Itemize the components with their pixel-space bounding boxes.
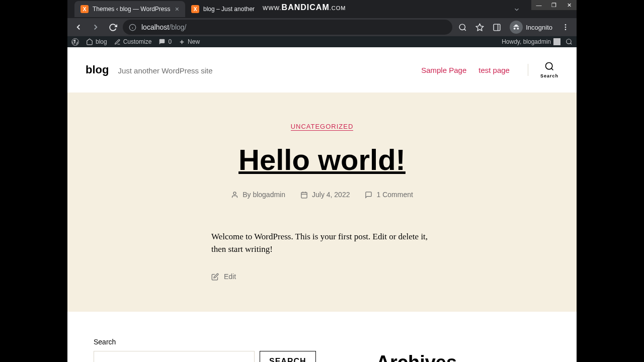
wp-site-link[interactable]: blog bbox=[86, 38, 107, 45]
svg-marker-5 bbox=[476, 24, 483, 30]
user-icon bbox=[231, 191, 238, 199]
side-panel-icon[interactable] bbox=[490, 20, 504, 34]
svg-point-16 bbox=[545, 63, 552, 69]
author-link[interactable]: blogadmin bbox=[253, 191, 285, 199]
svg-point-10 bbox=[565, 29, 567, 30]
search-icon[interactable] bbox=[455, 20, 469, 34]
post-category: UNCATEGORIZED bbox=[88, 122, 556, 131]
bandicam-watermark: WWW.BANDICAM.COM bbox=[263, 3, 346, 12]
archives-widget: Archives bbox=[376, 338, 457, 362]
svg-line-17 bbox=[551, 68, 553, 70]
chevron-down-icon[interactable] bbox=[513, 6, 520, 13]
minimize-button[interactable]: ― bbox=[531, 0, 546, 10]
close-button[interactable]: ✕ bbox=[561, 0, 577, 10]
wp-search-icon[interactable] bbox=[566, 38, 573, 45]
calendar-icon bbox=[300, 191, 308, 199]
incognito-icon bbox=[510, 21, 523, 34]
edit-post-link[interactable]: Edit bbox=[211, 273, 433, 281]
wp-admin-bar: blog Customize 0 New Howdy, blogadmin bbox=[67, 36, 577, 47]
post-title: Hello world! bbox=[88, 143, 556, 176]
close-icon[interactable]: × bbox=[175, 5, 179, 13]
post-meta: By blogadmin July 4, 2022 1 Comment bbox=[88, 191, 556, 199]
search-toggle[interactable]: Search bbox=[540, 61, 558, 78]
wp-account-link[interactable]: Howdy, blogadmin bbox=[502, 38, 560, 45]
forward-button[interactable] bbox=[89, 20, 103, 34]
footer-widgets: Search SEARCH Archives bbox=[67, 312, 577, 362]
post-author: By blogadmin bbox=[231, 191, 285, 199]
xampp-favicon-icon: X bbox=[191, 5, 199, 13]
search-input[interactable] bbox=[94, 351, 255, 362]
nav-separator bbox=[528, 64, 528, 76]
svg-point-9 bbox=[565, 27, 567, 28]
incognito-label: Incognito bbox=[526, 24, 552, 31]
post: UNCATEGORIZED Hello world! By blogadmin … bbox=[67, 93, 577, 312]
tab-strip: X Themes ‹ blog — WordPress × X blog – J… bbox=[67, 0, 577, 18]
site-info-icon[interactable] bbox=[129, 24, 136, 31]
svg-point-18 bbox=[233, 192, 236, 194]
search-label: Search bbox=[94, 338, 316, 346]
bookmark-icon[interactable] bbox=[472, 20, 487, 34]
post-title-link[interactable]: Hello world! bbox=[238, 143, 406, 176]
search-widget: Search SEARCH bbox=[94, 338, 316, 362]
page-content[interactable]: blog Just another WordPress site Sample … bbox=[67, 47, 577, 362]
wp-new-link[interactable]: New bbox=[179, 38, 200, 45]
archives-title: Archives bbox=[376, 352, 457, 362]
post-date: July 4, 2022 bbox=[300, 191, 350, 199]
comments-link[interactable]: 1 Comment bbox=[376, 191, 413, 199]
reload-button[interactable] bbox=[106, 20, 120, 34]
wp-logo-icon[interactable] bbox=[71, 38, 79, 46]
svg-point-8 bbox=[565, 24, 567, 26]
site-title[interactable]: blog bbox=[86, 63, 109, 76]
back-button[interactable] bbox=[71, 20, 86, 34]
edit-icon bbox=[211, 273, 219, 281]
svg-line-15 bbox=[571, 43, 572, 45]
chrome-header: X Themes ‹ blog — WordPress × X blog – J… bbox=[67, 0, 577, 36]
wp-customize-link[interactable]: Customize bbox=[114, 38, 152, 45]
post-content: Welcome to WordPress. This is your first… bbox=[211, 231, 433, 255]
search-icon bbox=[544, 61, 554, 71]
svg-point-3 bbox=[459, 24, 465, 30]
primary-nav: Sample Page test page Search bbox=[421, 61, 558, 78]
address-bar[interactable]: localhost/blog/ bbox=[123, 20, 452, 35]
maximize-button[interactable]: ❐ bbox=[546, 0, 561, 10]
svg-line-4 bbox=[464, 29, 466, 30]
tab-title: Themes ‹ blog — WordPress bbox=[93, 6, 171, 13]
date-link[interactable]: July 4, 2022 bbox=[312, 191, 350, 199]
avatar-icon bbox=[553, 38, 560, 45]
nav-link-test-page[interactable]: test page bbox=[478, 66, 510, 74]
browser-toolbar: localhost/blog/ Incognito bbox=[67, 18, 577, 36]
wp-comments-link[interactable]: 0 bbox=[158, 38, 172, 45]
svg-rect-19 bbox=[301, 192, 307, 198]
nav-link-sample-page[interactable]: Sample Page bbox=[421, 66, 466, 74]
comment-icon bbox=[365, 191, 372, 199]
search-button[interactable]: SEARCH bbox=[260, 351, 316, 362]
browser-tab[interactable]: X Themes ‹ blog — WordPress × bbox=[74, 1, 185, 17]
svg-point-14 bbox=[567, 39, 571, 44]
svg-rect-6 bbox=[494, 24, 500, 31]
category-link[interactable]: UNCATEGORIZED bbox=[291, 123, 354, 131]
menu-icon[interactable] bbox=[558, 20, 573, 34]
site-header: blog Just another WordPress site Sample … bbox=[67, 47, 577, 93]
url-text: localhost/blog/ bbox=[141, 23, 187, 31]
site-description: Just another WordPress site bbox=[118, 66, 212, 75]
incognito-badge[interactable]: Incognito bbox=[507, 21, 555, 34]
xampp-favicon-icon: X bbox=[80, 5, 89, 13]
post-comments: 1 Comment bbox=[365, 191, 413, 199]
window-controls: ― ❐ ✕ bbox=[531, 0, 577, 10]
